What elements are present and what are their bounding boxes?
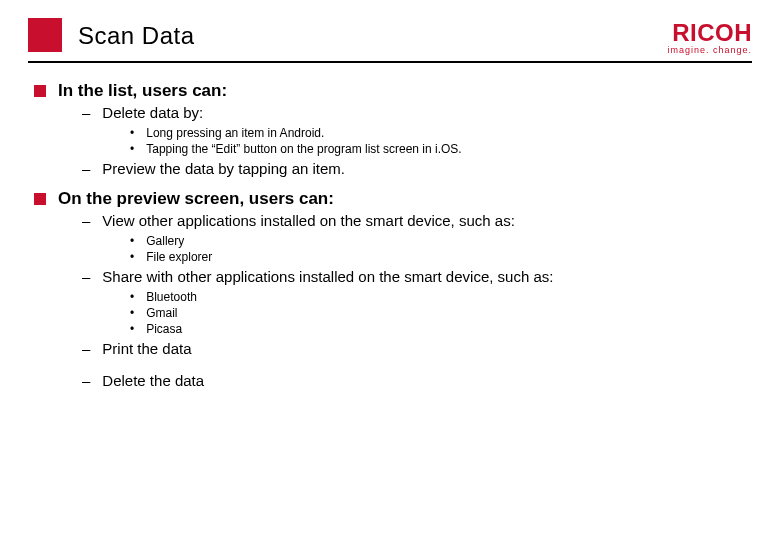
dash-bullet-icon: – <box>82 371 90 391</box>
square-bullet-icon <box>34 85 46 97</box>
dot-bullet-icon: • <box>130 305 134 321</box>
content: In the list, users can: – Delete data by… <box>28 63 752 391</box>
title-accent-square <box>28 18 62 52</box>
list-item: • Long pressing an item in Android. <box>34 125 746 141</box>
list-item: – Delete data by: <box>34 103 746 123</box>
subitem-text: Picasa <box>146 321 182 337</box>
dot-bullet-icon: • <box>130 233 134 249</box>
heading-text: In the list, users can: <box>58 81 227 101</box>
subitem-text: Gmail <box>146 305 177 321</box>
subitem-text: Gallery <box>146 233 184 249</box>
title-block: Scan Data <box>28 18 195 52</box>
dot-bullet-icon: • <box>130 249 134 265</box>
dash-bullet-icon: – <box>82 267 90 287</box>
subitem-text: Tapping the “Edit” button on the program… <box>146 141 462 157</box>
list-item: • Gmail <box>34 305 746 321</box>
dot-bullet-icon: • <box>130 125 134 141</box>
dash-bullet-icon: – <box>82 211 90 231</box>
item-text: Preview the data by tapping an item. <box>102 159 345 179</box>
subitem-text: Long pressing an item in Android. <box>146 125 324 141</box>
list-item: – Delete the data <box>34 371 746 391</box>
square-bullet-icon <box>34 193 46 205</box>
slide: Scan Data RICOH imagine. change. In the … <box>0 0 780 391</box>
subitem-text: File explorer <box>146 249 212 265</box>
logo-tagline: imagine. change. <box>667 45 752 55</box>
list-item: On the preview screen, users can: <box>34 189 746 209</box>
list-item: • Tapping the “Edit” button on the progr… <box>34 141 746 157</box>
dot-bullet-icon: • <box>130 321 134 337</box>
header-row: Scan Data RICOH imagine. change. <box>28 18 752 55</box>
item-text: Delete data by: <box>102 103 203 123</box>
list-item: • File explorer <box>34 249 746 265</box>
subitem-text: Bluetooth <box>146 289 197 305</box>
heading-text: On the preview screen, users can: <box>58 189 334 209</box>
item-text: Share with other applications installed … <box>102 267 553 287</box>
logo-text: RICOH <box>667 22 752 44</box>
list-item: – Share with other applications installe… <box>34 267 746 287</box>
item-text: View other applications installed on the… <box>102 211 514 231</box>
page-title: Scan Data <box>78 22 195 52</box>
list-item: – Print the data <box>34 339 746 359</box>
list-item: • Picasa <box>34 321 746 337</box>
list-item: – Preview the data by tapping an item. <box>34 159 746 179</box>
list-item: – View other applications installed on t… <box>34 211 746 231</box>
list-item: In the list, users can: <box>34 81 746 101</box>
brand-logo: RICOH imagine. change. <box>667 22 752 55</box>
dash-bullet-icon: – <box>82 339 90 359</box>
dot-bullet-icon: • <box>130 289 134 305</box>
dash-bullet-icon: – <box>82 159 90 179</box>
list-item: • Bluetooth <box>34 289 746 305</box>
list-item: • Gallery <box>34 233 746 249</box>
item-text: Print the data <box>102 339 191 359</box>
dash-bullet-icon: – <box>82 103 90 123</box>
item-text: Delete the data <box>102 371 204 391</box>
dot-bullet-icon: • <box>130 141 134 157</box>
